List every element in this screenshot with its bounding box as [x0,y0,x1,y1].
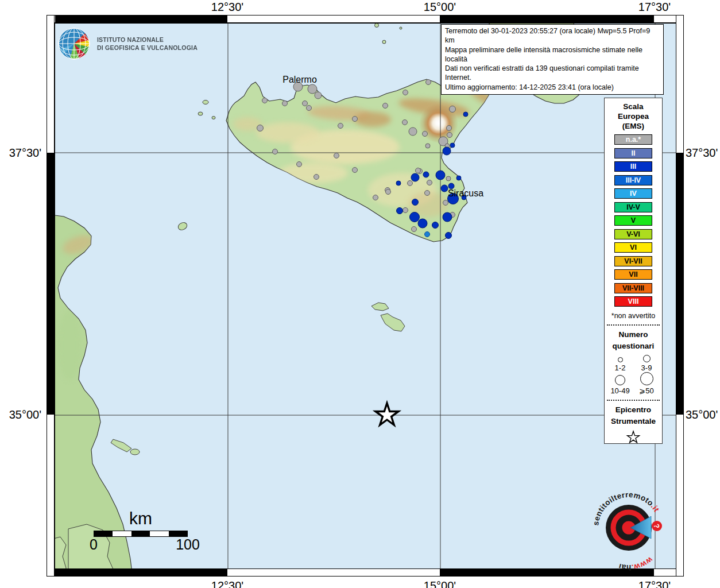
intensity-dot-na [408,181,413,186]
legend-swatch-IV: IV [614,188,652,199]
scale-segment [113,531,131,536]
intensity-dot-III [436,171,445,180]
intensity-dot-III [446,233,452,239]
legend-swatch-VI-VII: VI-VII [614,256,652,266]
ingv-logo: ISTITUTO NAZIONALE DI GEOFISICA E VULCAN… [57,27,206,60]
scale-segment [94,531,113,536]
size-key-1-2: 1-2 [607,355,633,372]
intensity-dot-na [353,117,358,122]
questionnaire-size-key: 1-23-910-49⩾50 [607,355,660,395]
scale-bar: km 0 100 [94,509,188,537]
legend-swatch-IV-V: IV-V [614,202,652,212]
island-aeolian-2 [375,24,379,28]
intensity-dot-na [423,131,428,137]
legend-swatch-VII: VII [614,269,652,280]
intensity-dot-na [315,92,322,99]
island-aeolian-4 [400,27,402,29]
intensity-dot-III [441,185,448,192]
axis-label-top: 17°30' [638,1,671,14]
title-line-3: Dati non verificati estratti da 139 ques… [445,64,660,83]
intensity-dot-III [411,173,419,181]
intensity-dot-na [427,180,432,185]
axis-label-left: 35°00' [0,408,41,421]
map-canvas: PalermoMessinaSiracusa [55,24,676,569]
scale-start: 0 [90,536,98,553]
map-area: PalermoMessinaSiracusa [55,23,677,570]
size-key-circle [618,357,623,362]
axis-label-right: 35°00' [686,408,718,421]
legend-swatch-V: V [614,215,652,226]
frame-band-top [47,15,684,23]
ingv-macroseismic-map: { "title_box": { "lines": [ "Terremoto d… [0,0,720,588]
intensity-dot-III [450,143,455,148]
size-key-label: 3-9 [641,363,652,372]
size-key-label: 10-49 [610,386,629,395]
intensity-dot-na [386,189,391,195]
intensity-dot-na [425,144,430,148]
legend: Scala Europea (EMS) n.a.*IIIIIIII-IVIVIV… [604,98,663,444]
title-line-1: Terremoto del 30-01-2023 20:55:27 (ora l… [445,26,660,45]
legend-swatch-VI: VI [614,242,652,253]
city-label-siracusa: Siracusa [448,188,483,198]
size-key-⩾50: ⩾50 [633,372,660,395]
axis-label-left: 37°30' [0,146,41,160]
intensity-dot-III [397,208,403,214]
scale-segment [169,531,187,536]
intensity-dot-na [307,106,312,111]
island-kerkennah-2 [130,449,140,455]
logo-text-bottom: www.hai [618,555,655,572]
axis-label-top: 12°30' [211,1,243,14]
intensity-dot-III [432,222,439,229]
frame-band-left [47,15,55,577]
size-key-circle [615,375,625,385]
island-aeolian-3 [382,40,386,44]
legend-footnote: *non avvertito [611,312,655,320]
intensity-dot-na [416,168,421,173]
axis-label-bottom: 15°00' [424,579,456,588]
legend-swatch-III-IV: III-IV [614,175,652,185]
intensity-dot-na [446,176,451,181]
legend-swatch-II: II [614,148,652,158]
island-egadi-2 [198,112,203,115]
epicenter-title: Epicentro Strumentale [611,404,656,428]
intensity-dot-na [338,123,343,129]
intensity-dot-na [308,84,317,94]
axis-label-right: 37°30' [686,146,718,160]
legend-title: Scala Europea (EMS) [618,102,649,131]
scale-bar-segments [94,531,188,537]
intensity-dot-na [257,125,264,131]
haisentitoilterremoto-logo: ? sentitoilterremoto.it www.hai [584,483,673,572]
legend-swatch-VII-VIII: VII-VIII [614,283,652,293]
legend-swatch-III: III [614,161,652,172]
intensity-dot-III [456,176,461,180]
intensity-dot-na [373,195,378,200]
title-box: Terremoto del 30-01-2023 20:55:27 (ora l… [441,24,664,95]
intensity-dot-na [412,227,417,232]
intensity-dot-na [409,127,417,136]
intensity-dot-na [314,175,319,180]
intensity-dot-III [463,112,468,117]
size-key-10-49: 10-49 [607,372,633,395]
legend-divider-2 [607,400,660,401]
intensity-dot-na [334,153,339,158]
size-key-circle [643,355,651,362]
intensity-dot-III [423,172,429,177]
intensity-dot-na [450,106,456,113]
size-key-label: 1-2 [615,363,626,372]
city-label-palermo: Palermo [282,75,317,84]
island-egadi-3 [212,117,215,119]
axis-label-bottom: 12°30' [211,579,243,588]
intensity-dot-na [383,103,388,109]
island-egadi-1 [203,100,208,105]
axis-label-top: 15°00' [424,1,456,14]
intensity-dot-na [303,101,308,106]
scale-end: 100 [176,536,200,553]
intensity-dot-na [402,120,408,125]
intensity-dot-na [447,133,452,138]
questionnaire-title: Numero questionari [613,329,655,353]
intensity-dot-III [396,181,401,185]
intensity-dot-na [282,101,288,106]
scale-segment [131,531,150,536]
intensity-dot-III [443,147,451,155]
intensity-dot-na [403,90,408,95]
